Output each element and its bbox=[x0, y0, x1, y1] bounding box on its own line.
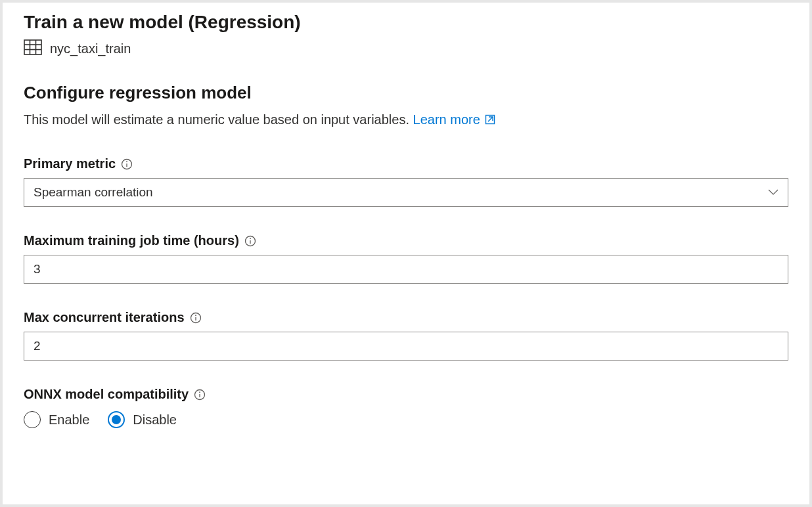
primary-metric-label: Primary metric bbox=[24, 156, 116, 171]
max-concurrent-iterations-input[interactable] bbox=[24, 332, 788, 361]
section-description-text: This model will estimate a numeric value… bbox=[24, 112, 409, 127]
info-icon[interactable] bbox=[194, 389, 206, 401]
onnx-disable-label: Disable bbox=[133, 412, 177, 428]
section-title: Configure regression model bbox=[24, 83, 788, 103]
onnx-radio-group: Enable Disable bbox=[24, 411, 788, 428]
dataset-row: nyc_taxi_train bbox=[24, 39, 788, 58]
external-link-icon bbox=[484, 112, 495, 127]
primary-metric-select[interactable]: Spearman correlation bbox=[24, 178, 788, 207]
svg-point-15 bbox=[195, 315, 196, 316]
info-icon[interactable] bbox=[190, 312, 202, 324]
svg-point-9 bbox=[126, 161, 127, 162]
info-icon[interactable] bbox=[121, 158, 133, 170]
train-model-panel: Train a new model (Regression) nyc_taxi_… bbox=[3, 3, 809, 504]
onnx-enable-label: Enable bbox=[49, 412, 89, 428]
svg-rect-0 bbox=[24, 40, 41, 55]
onnx-compatibility-label: ONNX model compatibility bbox=[24, 387, 189, 402]
max-concurrent-iterations-field: Max concurrent iterations bbox=[24, 310, 788, 361]
svg-point-12 bbox=[250, 238, 251, 239]
svg-line-6 bbox=[488, 117, 493, 121]
max-concurrent-iterations-label: Max concurrent iterations bbox=[24, 310, 185, 325]
learn-more-label: Learn more bbox=[413, 112, 480, 127]
primary-metric-field: Primary metric Spearman correlation bbox=[24, 156, 788, 207]
section-description: This model will estimate a numeric value… bbox=[24, 112, 788, 127]
svg-point-18 bbox=[199, 391, 200, 393]
learn-more-link[interactable]: Learn more bbox=[413, 112, 496, 127]
chevron-down-icon bbox=[768, 189, 778, 196]
max-training-time-label: Maximum training job time (hours) bbox=[24, 233, 239, 248]
dataset-grid-icon bbox=[24, 39, 42, 58]
radio-unchecked-icon bbox=[24, 411, 41, 428]
onnx-compatibility-field: ONNX model compatibility Enable bbox=[24, 387, 788, 428]
onnx-disable-radio[interactable]: Disable bbox=[108, 411, 177, 428]
info-icon[interactable] bbox=[244, 235, 256, 247]
primary-metric-value: Spearman correlation bbox=[34, 185, 153, 200]
dataset-name: nyc_taxi_train bbox=[50, 41, 131, 56]
page-title: Train a new model (Regression) bbox=[24, 12, 788, 33]
max-training-time-input[interactable] bbox=[24, 255, 788, 284]
onnx-enable-radio[interactable]: Enable bbox=[24, 411, 89, 428]
max-training-time-field: Maximum training job time (hours) bbox=[24, 233, 788, 284]
radio-checked-icon bbox=[108, 411, 125, 428]
